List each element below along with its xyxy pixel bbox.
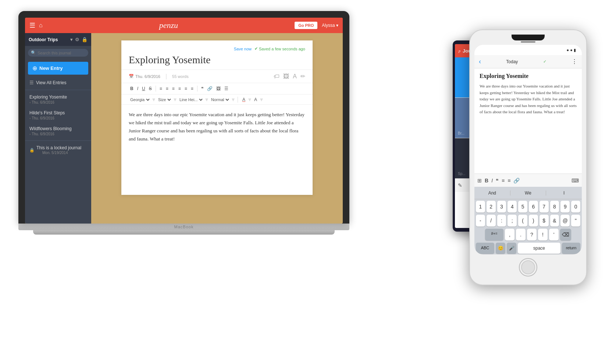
link-button[interactable]: 🔗: [206, 85, 214, 92]
view-all-entries-button[interactable]: ☰ View All Entries: [25, 77, 91, 88]
suggestion-3[interactable]: I: [546, 190, 582, 196]
align-center-button[interactable]: ≡: [183, 85, 189, 92]
bold-button[interactable]: B: [129, 85, 135, 92]
key-slash[interactable]: /: [487, 215, 496, 226]
search-input[interactable]: [38, 51, 85, 55]
editor-content[interactable]: We are three days into our epic Yosemite…: [121, 105, 313, 149]
suggestion-2[interactable]: We: [510, 190, 546, 196]
key-lparen[interactable]: (: [518, 215, 527, 226]
key-apostrophe[interactable]: ': [549, 229, 559, 240]
key-exclaim[interactable]: !: [538, 229, 548, 240]
pencil-icon[interactable]: ✏: [300, 73, 305, 80]
key-comma[interactable]: ,: [505, 229, 514, 240]
underline-button[interactable]: U: [140, 85, 147, 92]
ol-icon[interactable]: ≡: [508, 178, 510, 183]
macbook-label: MacBook: [174, 225, 194, 229]
iphone-entry-body[interactable]: We are three days into our Yosemite vaca…: [480, 83, 577, 115]
editor-title[interactable]: Exploring Yosemite: [129, 54, 305, 66]
key-colon[interactable]: :: [497, 215, 506, 226]
sidebar-entry-yosemite[interactable]: Exploring Yosemite ▪ Thu. 6/9/2016: [25, 92, 91, 107]
grid-icon[interactable]: ⊞: [477, 178, 482, 183]
key-quote[interactable]: ": [571, 215, 580, 226]
ul-icon[interactable]: ≡: [502, 178, 505, 183]
key-3[interactable]: 3: [497, 201, 506, 213]
gopro-button[interactable]: Go PRO: [295, 22, 317, 29]
key-more[interactable]: #+=: [485, 229, 503, 240]
italic-button[interactable]: I: [136, 85, 140, 92]
sidebar-locked-entry[interactable]: 🔒 This is a locked journal Mon. 5/19/201…: [25, 142, 91, 158]
settings-icon[interactable]: ⚙: [75, 37, 79, 42]
save-now-link[interactable]: Save now: [234, 47, 252, 51]
strikethrough-button[interactable]: S: [147, 85, 153, 92]
key-question[interactable]: ?: [527, 229, 537, 240]
user-menu[interactable]: Alyssa ▾: [322, 23, 338, 28]
tag-icon[interactable]: 🏷: [274, 73, 279, 80]
format-select[interactable]: Normal: [210, 97, 230, 102]
iphone-suggestions: And We I: [474, 187, 582, 199]
key-period[interactable]: .: [516, 229, 526, 240]
line-height-select[interactable]: Line Hei...: [178, 97, 204, 102]
key-abc[interactable]: ABC: [476, 243, 494, 254]
hamburger-icon[interactable]: ☰: [29, 21, 35, 29]
align-left-button[interactable]: ≡: [177, 85, 182, 92]
key-dollar[interactable]: $: [539, 215, 549, 226]
key-4[interactable]: 4: [508, 201, 517, 213]
quote-icon[interactable]: ❝: [496, 178, 499, 183]
sidebar-search[interactable]: 🔍: [28, 49, 88, 57]
sidebar-entry-wildflowers[interactable]: Wildflowers Blooming ▪ Thu. 6/9/2016: [25, 123, 91, 139]
new-entry-button[interactable]: ⊕ New Entry: [28, 62, 88, 75]
ol-button[interactable]: ≡: [164, 85, 170, 92]
key-7[interactable]: 7: [539, 201, 549, 213]
link-icon[interactable]: 🔗: [513, 178, 520, 183]
calendar-icon: 📅: [129, 74, 134, 79]
italic-icon[interactable]: I: [491, 178, 493, 183]
key-8[interactable]: 8: [550, 201, 559, 213]
toolbar-sep-1: [156, 86, 156, 92]
lock-icon[interactable]: 🔒: [82, 37, 88, 42]
indent-button[interactable]: ≡: [171, 85, 176, 92]
keyboard-misc-row: #+= , . ? ! ' ⌫: [474, 227, 582, 241]
bold-icon[interactable]: B: [485, 178, 488, 183]
key-rparen[interactable]: ): [529, 215, 538, 226]
keyboard-icon[interactable]: ⌨: [571, 178, 579, 183]
key-2[interactable]: 2: [487, 201, 496, 213]
chevron-down-icon[interactable]: ▾: [70, 37, 73, 42]
ul-button[interactable]: ≡: [158, 85, 164, 92]
size-select[interactable]: Size: [157, 97, 172, 102]
key-at[interactable]: @: [560, 215, 570, 226]
more-options-button[interactable]: ⋮: [571, 58, 577, 65]
back-button[interactable]: ‹: [479, 58, 481, 65]
entry-title: Wildflowers Blooming: [29, 126, 87, 131]
key-mic[interactable]: 🎤: [507, 243, 516, 254]
suggestion-1[interactable]: And: [474, 190, 510, 196]
iphone-entry-title[interactable]: Exploring Yosemite: [480, 73, 577, 79]
image-insert-button[interactable]: 🖼: [215, 85, 222, 92]
key-5[interactable]: 5: [518, 201, 527, 213]
key-emoji[interactable]: 😊: [496, 243, 505, 254]
key-6[interactable]: 6: [529, 201, 538, 213]
image-icon[interactable]: 🖼: [283, 73, 289, 80]
text-highlight-button[interactable]: A: [253, 96, 259, 103]
blockquote-button[interactable]: ❝: [200, 85, 205, 92]
text-color-button[interactable]: A: [241, 96, 247, 103]
view-all-label: View All Entries: [36, 80, 66, 85]
return-key[interactable]: return: [562, 243, 580, 254]
more-button[interactable]: ☰: [223, 85, 230, 92]
home-icon[interactable]: ⌂: [39, 22, 43, 29]
key-dash[interactable]: -: [476, 215, 485, 226]
entry-title: Exploring Yosemite: [29, 94, 87, 100]
space-key[interactable]: space: [518, 243, 560, 254]
key-9[interactable]: 9: [560, 201, 570, 213]
key-semicolon[interactable]: ;: [508, 215, 517, 226]
delete-key[interactable]: ⌫: [560, 229, 571, 240]
iphone-home-button[interactable]: [519, 258, 537, 276]
key-0[interactable]: 0: [571, 201, 580, 213]
key-1[interactable]: 1: [476, 201, 485, 213]
calendar-icon: ▪: [29, 101, 31, 104]
key-amp[interactable]: &: [550, 215, 559, 226]
font-select[interactable]: Georgia: [129, 97, 151, 102]
align-right-button[interactable]: ≡: [189, 85, 195, 92]
sidebar-entry-hilde[interactable]: Hilde's First Steps ▪ Thu. 6/9/2016: [25, 107, 91, 123]
font-icon[interactable]: A: [293, 73, 297, 80]
tablet-pencil-icon[interactable]: ✎: [458, 182, 462, 188]
